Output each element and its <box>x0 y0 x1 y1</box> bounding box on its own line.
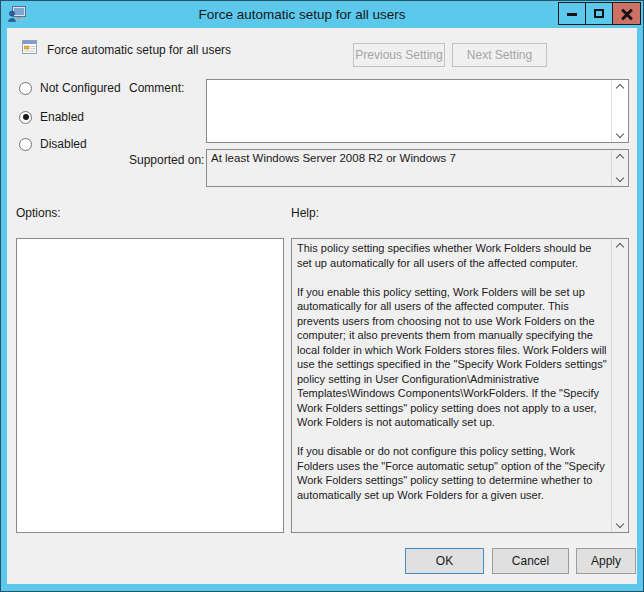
scroll-down-icon[interactable] <box>616 520 624 528</box>
supported-on-value: At least Windows Server 2008 R2 or Windo… <box>211 152 608 164</box>
apply-button[interactable]: Apply <box>576 548 636 574</box>
scroll-up-icon[interactable] <box>616 243 624 251</box>
scroll-up-icon[interactable] <box>616 84 624 92</box>
options-label: Options: <box>16 206 61 220</box>
help-panel[interactable]: This policy setting specifies whether Wo… <box>291 238 629 533</box>
radio-disabled[interactable]: Disabled <box>19 136 87 152</box>
minimize-button[interactable] <box>558 2 586 25</box>
radio-enabled[interactable]: Enabled <box>19 109 84 125</box>
help-label: Help: <box>291 206 319 220</box>
ok-button[interactable]: OK <box>405 548 484 574</box>
supported-on-label: Supported on: <box>129 153 204 167</box>
comment-input[interactable] <box>206 79 629 143</box>
close-button[interactable] <box>612 2 641 25</box>
next-setting-button[interactable]: Next Setting <box>452 43 547 67</box>
caption-buttons <box>559 2 641 25</box>
radio-label: Enabled <box>40 110 84 124</box>
comment-scrollbar[interactable] <box>611 80 628 142</box>
supported-on-scrollbar[interactable] <box>611 150 628 186</box>
policy-setting-icon <box>22 39 38 55</box>
scroll-down-icon[interactable] <box>616 174 624 182</box>
maximize-button[interactable] <box>585 2 613 25</box>
policy-settings-dialog: Force automatic setup for all users <box>0 0 644 592</box>
window-title: Force automatic setup for all users <box>61 1 543 28</box>
radio-not-configured[interactable]: Not Configured <box>19 80 121 96</box>
scroll-down-icon[interactable] <box>616 130 624 138</box>
scroll-up-icon[interactable] <box>616 154 624 162</box>
radio-circle-icon <box>19 111 32 124</box>
supported-on-field: At least Windows Server 2008 R2 or Windo… <box>206 149 629 187</box>
options-panel <box>16 238 284 533</box>
radio-label: Not Configured <box>40 81 121 95</box>
help-scrollbar[interactable] <box>611 239 628 532</box>
group-policy-app-icon <box>8 6 27 22</box>
previous-setting-button[interactable]: Previous Setting <box>353 43 445 67</box>
maximize-icon <box>594 9 604 18</box>
titlebar: Force automatic setup for all users <box>1 1 643 28</box>
radio-circle-icon <box>19 138 32 151</box>
dialog-body: Force automatic setup for all users Prev… <box>7 28 637 584</box>
setting-title: Force automatic setup for all users <box>47 43 231 57</box>
comment-label: Comment: <box>129 81 184 95</box>
radio-circle-icon <box>19 82 32 95</box>
minimize-icon <box>567 13 577 16</box>
cancel-button[interactable]: Cancel <box>492 548 569 574</box>
help-text: This policy setting specifies whether Wo… <box>297 241 608 530</box>
radio-label: Disabled <box>40 137 87 151</box>
